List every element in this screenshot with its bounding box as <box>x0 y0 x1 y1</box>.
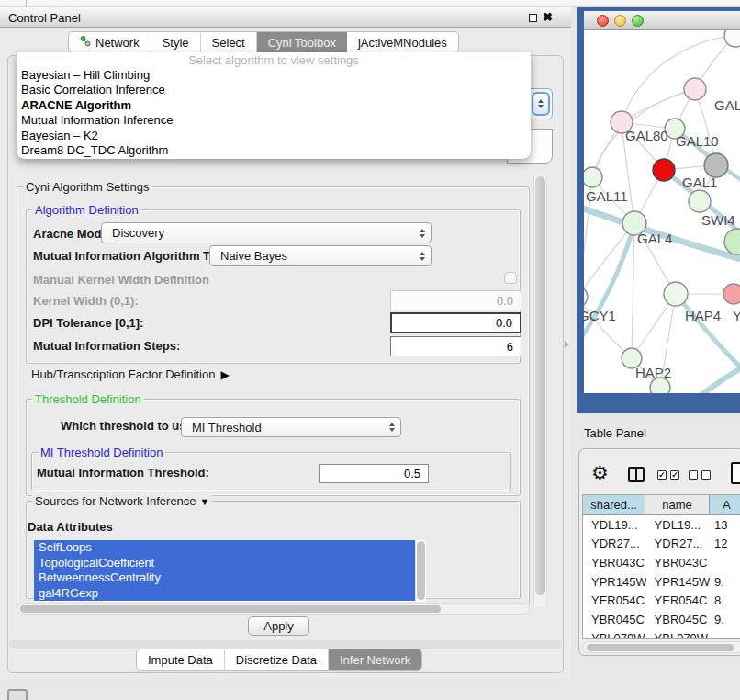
floating-panel-icon[interactable] <box>7 689 28 700</box>
kernel-width-input[interactable] <box>390 290 521 310</box>
table-cell: 13 <box>711 518 740 532</box>
network-node[interactable] <box>684 78 706 100</box>
network-canvas-svg: GALGAL80GAL10GAL1GAL11SWI4GAL4GCY1HAP4YH… <box>584 30 740 393</box>
combo-value: MI Threshold <box>192 421 262 435</box>
table-row[interactable]: YDR27...YDR27...12 <box>583 535 740 554</box>
mi-type-combobox[interactable]: Naive Bayes <box>209 245 432 266</box>
algorithm-dropdown-list: Bayesian – Hill ClimbingBasic Correlatio… <box>17 68 531 158</box>
control-panel-title: Control Panel <box>8 11 81 25</box>
column-header-name[interactable]: name <box>645 495 710 514</box>
control-panel-titlebar: Control Panel ✖ <box>0 7 571 28</box>
document-icon[interactable] <box>731 462 740 484</box>
attribute-item[interactable]: TopologicalCoefficient <box>34 556 415 571</box>
table-row[interactable]: YBL079WYBL079W <box>583 629 740 639</box>
network-view-frame: GALGAL80GAL10GAL1GAL11SWI4GAL4GCY1HAP4YH… <box>577 7 740 413</box>
combo-stepper[interactable] <box>532 92 550 116</box>
tab-impute-data[interactable]: Impute Data <box>137 649 225 670</box>
attribute-item[interactable]: gal4RGexp <box>34 586 415 602</box>
apply-button[interactable]: Apply <box>248 616 309 636</box>
group-title: Cyni Algorithm Settings <box>23 180 151 194</box>
settings-vertical-scrollbar[interactable] <box>533 175 547 606</box>
node-table: shared... name A YDL19...YDL19...13YDR27… <box>582 494 740 639</box>
sources-expander[interactable]: Sources for Network Inference▼ <box>32 494 212 508</box>
mi-steps-input[interactable] <box>390 336 521 356</box>
tab-label: Network <box>95 36 140 50</box>
algorithm-option[interactable]: Basic Correlation Inference <box>17 83 531 97</box>
panel-resize-handle[interactable] <box>565 341 569 348</box>
kernel-width-label: Kernel Width (0,1): <box>33 294 139 308</box>
table-row[interactable]: YDL19...YDL19...13 <box>583 515 740 535</box>
network-node[interactable] <box>724 229 740 254</box>
group-title: MI Threshold Definition <box>38 446 165 459</box>
mi-threshold-input[interactable] <box>319 464 429 483</box>
algorithm-option[interactable]: Dream8 DC_TDC Algorithm <box>17 143 531 158</box>
minimize-traffic-light-icon[interactable] <box>614 15 626 27</box>
which-threshold-combobox[interactable]: MI Threshold <box>181 417 401 437</box>
table-cell: YBL079W <box>646 631 711 639</box>
tab-cyni-toolbox[interactable]: Cyni Toolbox <box>257 32 347 52</box>
algorithm-option[interactable]: Bayesian – K2 <box>17 129 531 143</box>
unchecked-checkbox-icon[interactable] <box>689 470 698 480</box>
hub-definition-expander[interactable]: Hub/Transcription Factor Definition▶ <box>31 367 230 381</box>
tab-infer-network[interactable]: Infer Network <box>329 649 421 670</box>
table-cell: YBR043C <box>646 556 711 570</box>
network-node[interactable] <box>689 190 711 212</box>
checked-checkbox-icon[interactable]: ✓ <box>657 470 667 480</box>
split-columns-icon[interactable] <box>628 467 645 482</box>
network-window: GALGAL80GAL10GAL1GAL11SWI4GAL4GCY1HAP4YH… <box>584 11 740 393</box>
table-cell: YDR27... <box>646 536 711 550</box>
float-window-icon[interactable] <box>529 14 537 22</box>
manual-kernel-checkbox[interactable] <box>504 272 517 284</box>
network-node[interactable] <box>584 287 588 307</box>
table-header: shared... name A <box>583 495 740 515</box>
tab-style[interactable]: Style <box>151 32 201 52</box>
table-horizontal-scrollbar[interactable] <box>582 641 740 653</box>
table-body: YDL19...YDL19...13YDR27...YDR27...12YBR0… <box>583 515 740 639</box>
node-label: HAP4 <box>685 308 721 323</box>
attribute-item[interactable]: BetweennessCentrality <box>34 570 415 586</box>
table-row[interactable]: YER054CYER054C8. <box>583 591 740 610</box>
algorithm-option[interactable]: Mutual Information Inference <box>17 113 531 128</box>
network-node[interactable] <box>653 159 675 181</box>
algorithm-option[interactable]: ARACNE Algorithm <box>17 98 531 113</box>
table-cell: 8. <box>711 593 740 607</box>
table-cell: YPR145W <box>646 575 711 589</box>
table-row[interactable]: YBR043CYBR043C <box>583 553 740 572</box>
mi-threshold-label: Mutual Information Threshold: <box>37 466 209 480</box>
network-node[interactable] <box>664 282 688 306</box>
top-toolbar-strip <box>0 0 740 7</box>
settings-horizontal-scrollbar[interactable] <box>17 603 530 615</box>
expand-right-icon[interactable]: ▶ <box>220 368 229 381</box>
attributes-list-scrollbar[interactable] <box>415 540 426 602</box>
node-label: GCY1 <box>584 308 616 323</box>
algorithm-option[interactable]: Bayesian – Hill Climbing <box>17 68 531 83</box>
gear-icon[interactable]: ⚙ <box>591 462 609 484</box>
tab-discretize-data[interactable]: Discretize Data <box>225 649 329 670</box>
checked-checkbox-icon[interactable]: ✓ <box>670 470 679 480</box>
tab-network[interactable]: Network <box>69 32 151 52</box>
node-label: GAL80 <box>625 128 668 143</box>
close-icon[interactable]: ✖ <box>543 10 553 24</box>
data-attributes-list[interactable]: SelfLoopsTopologicalCoefficientBetweenne… <box>34 540 415 602</box>
dpi-tolerance-input[interactable] <box>390 312 521 333</box>
cyni-bottom-tabbar: Impute Data Discretize Data Infer Networ… <box>136 649 422 671</box>
tab-select[interactable]: Select <box>201 32 257 52</box>
dropdown-prompt: Select algorithm to view settings <box>17 52 531 68</box>
control-panel-tabbar: Network Style Select Cyni Toolbox jActiv… <box>68 31 459 53</box>
tab-jactivemnodules[interactable]: jActiveMNodules <box>347 32 458 52</box>
table-cell: 9. <box>711 575 740 589</box>
table-row[interactable]: YBR045CYBR045C9. <box>583 610 740 629</box>
close-traffic-light-icon[interactable] <box>597 15 609 27</box>
attribute-item[interactable]: SelfLoops <box>34 540 415 556</box>
table-row[interactable]: YPR145WYPR145W9. <box>583 572 740 592</box>
zoom-traffic-light-icon[interactable] <box>632 15 644 27</box>
column-header-partial[interactable]: A <box>710 495 740 514</box>
network-node[interactable] <box>584 167 602 187</box>
aracne-mode-combobox[interactable]: Discovery <box>101 222 432 243</box>
combo-stepper-icon <box>420 246 425 265</box>
network-window-titlebar <box>584 11 740 30</box>
column-header-shared-name[interactable]: shared... <box>583 495 645 514</box>
network-node[interactable] <box>723 284 740 304</box>
unchecked-checkbox-icon[interactable] <box>701 470 711 480</box>
network-canvas[interactable]: GALGAL80GAL10GAL1GAL11SWI4GAL4GCY1HAP4YH… <box>584 30 740 393</box>
